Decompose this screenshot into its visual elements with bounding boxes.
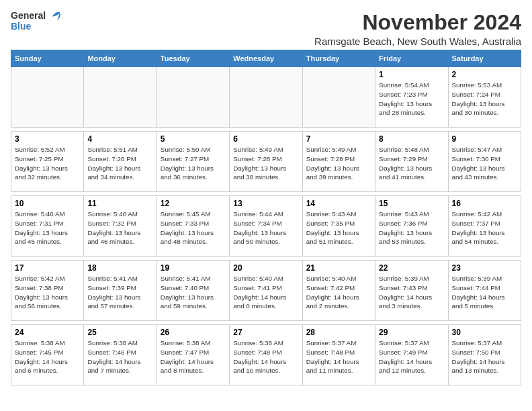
day-number: 25 (87, 328, 152, 337)
week-row-3: 10Sunrise: 5:46 AM Sunset: 7:31 PM Dayli… (11, 196, 521, 257)
weekday-header-row: Sunday Monday Tuesday Wednesday Thursday… (11, 50, 521, 67)
day-info: Sunrise: 5:42 AM Sunset: 7:37 PM Dayligh… (452, 210, 517, 246)
calendar-cell (302, 67, 375, 128)
day-info: Sunrise: 5:37 AM Sunset: 7:48 PM Dayligh… (306, 338, 371, 375)
calendar-cell: 8Sunrise: 5:48 AM Sunset: 7:29 PM Daylig… (375, 132, 448, 192)
calendar-cell: 17Sunrise: 5:42 AM Sunset: 7:38 PM Dayli… (11, 261, 84, 321)
day-number: 16 (452, 199, 517, 208)
day-info: Sunrise: 5:38 AM Sunset: 7:48 PM Dayligh… (233, 338, 298, 375)
header-tuesday: Tuesday (157, 50, 229, 67)
header-thursday: Thursday (302, 50, 375, 67)
day-number: 13 (233, 199, 298, 208)
day-number: 26 (161, 328, 226, 337)
calendar-cell: 1Sunrise: 5:54 AM Sunset: 7:23 PM Daylig… (375, 67, 448, 128)
calendar-cell: 28Sunrise: 5:37 AM Sunset: 7:48 PM Dayli… (302, 325, 375, 385)
day-info: Sunrise: 5:38 AM Sunset: 7:45 PM Dayligh… (15, 338, 80, 375)
day-info: Sunrise: 5:49 AM Sunset: 7:28 PM Dayligh… (306, 145, 371, 182)
calendar-cell: 10Sunrise: 5:46 AM Sunset: 7:31 PM Dayli… (11, 196, 84, 257)
day-number: 12 (161, 199, 226, 208)
calendar-cell (157, 67, 229, 128)
day-number: 5 (161, 134, 226, 144)
day-number: 22 (379, 263, 444, 273)
day-info: Sunrise: 5:38 AM Sunset: 7:47 PM Dayligh… (161, 338, 226, 375)
week-row-4: 17Sunrise: 5:42 AM Sunset: 7:38 PM Dayli… (11, 261, 521, 321)
day-info: Sunrise: 5:50 AM Sunset: 7:27 PM Dayligh… (161, 145, 226, 182)
day-number: 29 (379, 328, 444, 337)
header-monday: Monday (84, 50, 157, 67)
day-info: Sunrise: 5:39 AM Sunset: 7:44 PM Dayligh… (452, 274, 517, 311)
day-number: 14 (306, 199, 371, 208)
day-info: Sunrise: 5:49 AM Sunset: 7:28 PM Dayligh… (233, 145, 298, 182)
header-sunday: Sunday (11, 50, 84, 67)
calendar-cell: 19Sunrise: 5:41 AM Sunset: 7:40 PM Dayli… (157, 261, 229, 321)
calendar-cell: 2Sunrise: 5:53 AM Sunset: 7:24 PM Daylig… (448, 67, 521, 128)
header-friday: Friday (375, 50, 448, 67)
day-number: 28 (306, 328, 371, 337)
title-area: November 2024 Ramsgate Beach, New South … (314, 11, 521, 47)
calendar-cell: 30Sunrise: 5:37 AM Sunset: 7:50 PM Dayli… (448, 325, 521, 385)
day-info: Sunrise: 5:53 AM Sunset: 7:24 PM Dayligh… (452, 81, 517, 118)
day-number: 24 (15, 328, 80, 337)
calendar-cell: 27Sunrise: 5:38 AM Sunset: 7:48 PM Dayli… (230, 325, 302, 385)
day-number: 1 (379, 70, 444, 79)
calendar-cell: 11Sunrise: 5:46 AM Sunset: 7:32 PM Dayli… (84, 196, 157, 257)
day-number: 23 (452, 263, 517, 273)
day-info: Sunrise: 5:43 AM Sunset: 7:36 PM Dayligh… (379, 210, 444, 246)
location-title: Ramsgate Beach, New South Wales, Austral… (314, 36, 521, 47)
day-info: Sunrise: 5:54 AM Sunset: 7:23 PM Dayligh… (379, 81, 444, 118)
calendar-cell: 12Sunrise: 5:45 AM Sunset: 7:33 PM Dayli… (157, 196, 229, 257)
day-info: Sunrise: 5:37 AM Sunset: 7:50 PM Dayligh… (452, 338, 517, 375)
calendar-cell: 9Sunrise: 5:47 AM Sunset: 7:30 PM Daylig… (448, 132, 521, 192)
day-info: Sunrise: 5:37 AM Sunset: 7:49 PM Dayligh… (379, 338, 444, 375)
day-number: 27 (233, 328, 298, 337)
day-number: 8 (379, 134, 444, 144)
calendar-cell: 14Sunrise: 5:43 AM Sunset: 7:35 PM Dayli… (302, 196, 375, 257)
day-number: 18 (87, 263, 152, 273)
day-info: Sunrise: 5:46 AM Sunset: 7:31 PM Dayligh… (15, 210, 80, 246)
week-row-2: 3Sunrise: 5:52 AM Sunset: 7:25 PM Daylig… (11, 132, 521, 192)
calendar-cell: 4Sunrise: 5:51 AM Sunset: 7:26 PM Daylig… (84, 132, 157, 192)
day-info: Sunrise: 5:43 AM Sunset: 7:35 PM Dayligh… (306, 210, 371, 246)
day-number: 19 (161, 263, 226, 273)
day-number: 3 (15, 134, 80, 144)
calendar-cell: 7Sunrise: 5:49 AM Sunset: 7:28 PM Daylig… (302, 132, 375, 192)
calendar-cell (11, 67, 84, 128)
day-info: Sunrise: 5:39 AM Sunset: 7:43 PM Dayligh… (379, 274, 444, 311)
logo: General Blue (11, 11, 62, 32)
calendar-cell (230, 67, 302, 128)
calendar-cell: 29Sunrise: 5:37 AM Sunset: 7:49 PM Dayli… (375, 325, 448, 385)
calendar-cell: 13Sunrise: 5:44 AM Sunset: 7:34 PM Dayli… (230, 196, 302, 257)
day-info: Sunrise: 5:40 AM Sunset: 7:42 PM Dayligh… (306, 274, 371, 311)
logo-text: General Blue (11, 11, 62, 32)
day-info: Sunrise: 5:38 AM Sunset: 7:46 PM Dayligh… (87, 338, 152, 375)
calendar-cell: 20Sunrise: 5:40 AM Sunset: 7:41 PM Dayli… (230, 261, 302, 321)
calendar-cell: 23Sunrise: 5:39 AM Sunset: 7:44 PM Dayli… (448, 261, 521, 321)
day-info: Sunrise: 5:42 AM Sunset: 7:38 PM Dayligh… (15, 274, 80, 311)
day-number: 6 (233, 134, 298, 144)
calendar-cell: 6Sunrise: 5:49 AM Sunset: 7:28 PM Daylig… (230, 132, 302, 192)
calendar-cell: 5Sunrise: 5:50 AM Sunset: 7:27 PM Daylig… (157, 132, 229, 192)
day-number: 30 (452, 328, 517, 337)
week-row-5: 24Sunrise: 5:38 AM Sunset: 7:45 PM Dayli… (11, 325, 521, 385)
day-info: Sunrise: 5:45 AM Sunset: 7:33 PM Dayligh… (161, 210, 226, 246)
calendar-cell: 21Sunrise: 5:40 AM Sunset: 7:42 PM Dayli… (302, 261, 375, 321)
day-info: Sunrise: 5:40 AM Sunset: 7:41 PM Dayligh… (233, 274, 298, 311)
bird-icon (50, 11, 62, 21)
calendar-cell: 18Sunrise: 5:41 AM Sunset: 7:39 PM Dayli… (84, 261, 157, 321)
day-number: 21 (306, 263, 371, 273)
day-number: 7 (306, 134, 371, 144)
day-number: 15 (379, 199, 444, 208)
calendar-cell (84, 67, 157, 128)
week-row-1: 1Sunrise: 5:54 AM Sunset: 7:23 PM Daylig… (11, 67, 521, 128)
day-info: Sunrise: 5:44 AM Sunset: 7:34 PM Dayligh… (233, 210, 298, 246)
day-info: Sunrise: 5:52 AM Sunset: 7:25 PM Dayligh… (15, 145, 80, 182)
day-info: Sunrise: 5:46 AM Sunset: 7:32 PM Dayligh… (87, 210, 152, 246)
header: General Blue November 2024 Ramsgate Beac… (11, 11, 521, 47)
month-title: November 2024 (314, 11, 521, 34)
header-wednesday: Wednesday (230, 50, 302, 67)
day-info: Sunrise: 5:41 AM Sunset: 7:40 PM Dayligh… (161, 274, 226, 311)
day-number: 17 (15, 263, 80, 273)
day-info: Sunrise: 5:41 AM Sunset: 7:39 PM Dayligh… (87, 274, 152, 311)
calendar-cell: 24Sunrise: 5:38 AM Sunset: 7:45 PM Dayli… (11, 325, 84, 385)
day-number: 10 (15, 199, 80, 208)
